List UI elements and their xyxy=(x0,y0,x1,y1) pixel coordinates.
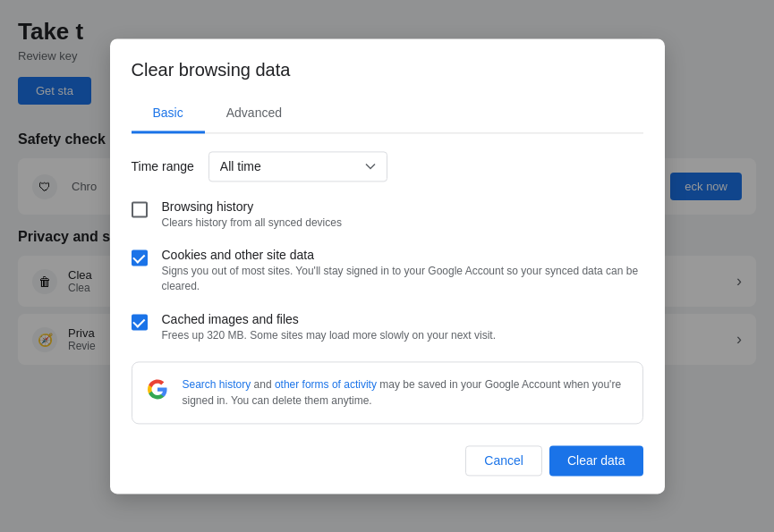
browsing-history-item: Browsing history Clears history from all… xyxy=(132,199,643,231)
time-range-select[interactable]: All time xyxy=(208,151,387,182)
cancel-button[interactable]: Cancel xyxy=(465,445,542,476)
cookies-checkbox-wrapper[interactable] xyxy=(132,250,148,266)
browsing-history-title: Browsing history xyxy=(162,199,643,214)
cached-desc: Frees up 320 MB. Some sites may load mor… xyxy=(162,328,643,343)
clear-data-button[interactable]: Clear data xyxy=(549,445,643,476)
cached-title: Cached images and files xyxy=(162,312,643,326)
info-box-text: Search history and other forms of activi… xyxy=(183,376,628,409)
tab-basic[interactable]: Basic xyxy=(132,95,205,133)
cached-text: Cached images and files Frees up 320 MB.… xyxy=(162,312,643,343)
browsing-history-desc: Clears history from all synced devices xyxy=(162,215,643,231)
dialog-actions: Cancel Clear data xyxy=(132,445,643,476)
search-history-link[interactable]: Search history xyxy=(183,378,251,391)
dialog-tabs: Basic Advanced xyxy=(132,95,643,133)
cached-item: Cached images and files Frees up 320 MB.… xyxy=(132,312,643,343)
time-range-label: Time range xyxy=(132,159,194,173)
cookies-title: Cookies and other site data xyxy=(162,249,643,263)
clear-browsing-data-dialog: Clear browsing data Basic Advanced Time … xyxy=(110,38,665,494)
browsing-history-checkbox[interactable] xyxy=(132,201,148,217)
cookies-checkbox[interactable] xyxy=(132,250,148,266)
cookies-text: Cookies and other site data Signs you ou… xyxy=(162,249,643,295)
cookies-desc: Signs you out of most sites. You'll stay… xyxy=(162,265,643,295)
dialog-title: Clear browsing data xyxy=(132,60,643,80)
google-g-icon xyxy=(147,378,168,400)
cookies-item: Cookies and other site data Signs you ou… xyxy=(132,249,643,295)
browsing-history-text: Browsing history Clears history from all… xyxy=(162,199,643,231)
time-range-row: Time range All time xyxy=(132,151,643,182)
browsing-history-checkbox-wrapper[interactable] xyxy=(132,201,148,217)
cached-checkbox[interactable] xyxy=(132,314,148,330)
info-box: Search history and other forms of activi… xyxy=(132,361,643,424)
cached-checkbox-wrapper[interactable] xyxy=(132,314,148,330)
other-forms-link[interactable]: other forms of activity xyxy=(275,378,377,391)
tab-advanced[interactable]: Advanced xyxy=(205,95,303,133)
